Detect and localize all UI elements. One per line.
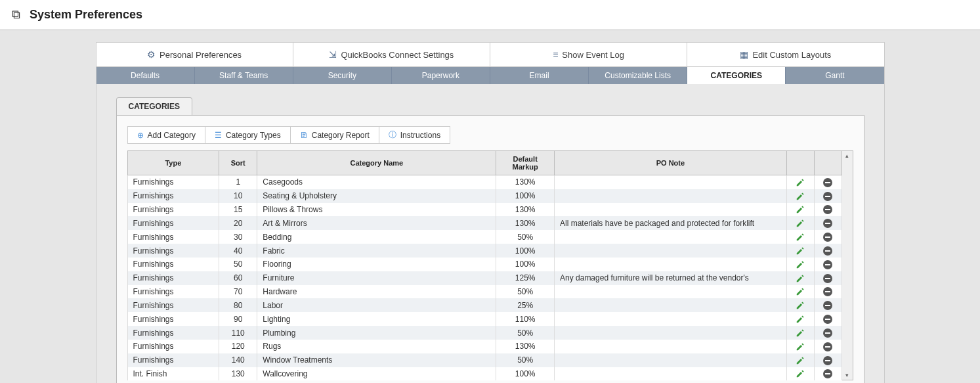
subtab-categories[interactable]: CATEGORIES xyxy=(116,97,192,115)
action-edit-custom-layouts[interactable]: ▦Edit Custom Layouts xyxy=(687,43,884,66)
minus-circle-icon xyxy=(823,219,832,228)
cell-note xyxy=(555,230,787,244)
delete-row-button[interactable] xyxy=(814,203,842,217)
action-quickbooks-connect-settings[interactable]: ⇲QuickBooks Connect Settings xyxy=(293,43,490,66)
action-label: Personal Preferences xyxy=(160,50,242,60)
pencil-icon xyxy=(796,287,805,296)
cell-name: Fabric xyxy=(257,244,496,258)
cell-sort: 90 xyxy=(219,312,257,326)
minus-circle-icon xyxy=(823,192,832,201)
delete-row-button[interactable] xyxy=(814,367,842,381)
toolbar-add-category[interactable]: ⊕Add Category xyxy=(128,127,205,143)
edit-row-button[interactable] xyxy=(786,189,814,203)
cell-sort: 40 xyxy=(219,244,257,258)
table-scrollbar[interactable]: ▴ ▾ xyxy=(842,150,853,380)
col-header-sort[interactable]: Sort xyxy=(219,151,257,175)
delete-row-button[interactable] xyxy=(814,230,842,244)
cell-note xyxy=(555,340,787,353)
toolbar-instructions[interactable]: ⓘInstructions xyxy=(379,127,450,143)
pencil-icon xyxy=(796,205,805,214)
tab-security[interactable]: Security xyxy=(293,67,392,84)
action-personal-preferences[interactable]: ⚙Personal Preferences xyxy=(96,43,293,66)
cell-sort: 20 xyxy=(219,216,257,230)
delete-row-button[interactable] xyxy=(814,189,842,203)
cell-note xyxy=(555,298,787,312)
table-row[interactable]: Furnishings10Seating & Upholstery100% xyxy=(127,189,842,203)
delete-row-button[interactable] xyxy=(814,244,842,258)
tab-staff-teams[interactable]: Staff & Teams xyxy=(195,67,293,84)
table-row[interactable]: Furnishings60Furniture125%Any damaged fu… xyxy=(127,271,842,285)
col-header-type[interactable]: Type xyxy=(127,151,219,175)
tab-email[interactable]: Email xyxy=(490,67,589,84)
tab-gantt[interactable]: Gantt xyxy=(786,67,884,84)
edit-row-button[interactable] xyxy=(786,326,814,340)
edit-row-button[interactable] xyxy=(786,244,814,258)
col-header-note[interactable]: PO Note xyxy=(555,151,787,175)
report-icon: 🖹 xyxy=(300,131,308,140)
delete-row-button[interactable] xyxy=(814,258,842,271)
edit-row-button[interactable] xyxy=(786,353,814,367)
table-row[interactable]: Furnishings50Flooring100% xyxy=(127,258,842,271)
toolbar-category-types[interactable]: ☰Category Types xyxy=(205,127,291,143)
pencil-icon xyxy=(796,369,805,378)
table-row[interactable]: Furnishings20Art & Mirrors130%All materi… xyxy=(127,216,842,230)
table-row[interactable]: Furnishings70Hardware50% xyxy=(127,285,842,299)
cell-name: Window Treatments xyxy=(257,353,496,367)
delete-row-button[interactable] xyxy=(814,340,842,353)
table-row[interactable]: Furnishings40Fabric100% xyxy=(127,244,842,258)
delete-row-button[interactable] xyxy=(814,326,842,340)
cell-type: Furnishings xyxy=(127,285,219,299)
tab-paperwork[interactable]: Paperwork xyxy=(392,67,490,84)
minus-circle-icon xyxy=(823,233,832,242)
tab-customizable-lists[interactable]: Customizable Lists xyxy=(589,67,687,84)
edit-row-button[interactable] xyxy=(786,258,814,271)
edit-row-button[interactable] xyxy=(786,298,814,312)
edit-row-button[interactable] xyxy=(786,285,814,299)
action-show-event-log[interactable]: ≡Show Event Log xyxy=(490,43,687,66)
delete-row-button[interactable] xyxy=(814,312,842,326)
categories-panel: ⊕Add Category☰Category Types🖹Category Re… xyxy=(116,115,864,383)
table-row[interactable]: Furnishings110Plumbing50% xyxy=(127,326,842,340)
tab-defaults[interactable]: Defaults xyxy=(96,67,195,84)
delete-row-button[interactable] xyxy=(814,285,842,299)
delete-row-button[interactable] xyxy=(814,271,842,285)
delete-row-button[interactable] xyxy=(814,353,842,367)
cell-type: Furnishings xyxy=(127,189,219,203)
table-row[interactable]: Int. Finish130Wallcovering100% xyxy=(127,367,842,381)
edit-row-button[interactable] xyxy=(786,340,814,353)
popout-icon[interactable]: ⧉ xyxy=(12,8,20,22)
cell-note xyxy=(555,175,787,189)
delete-row-button[interactable] xyxy=(814,175,842,189)
edit-row-button[interactable] xyxy=(786,203,814,217)
table-row[interactable]: Furnishings30Bedding50% xyxy=(127,230,842,244)
col-header-name[interactable]: Category Name xyxy=(257,151,496,175)
pencil-icon xyxy=(796,232,805,241)
minus-circle-icon xyxy=(823,356,832,365)
toolbar-category-report[interactable]: 🖹Category Report xyxy=(291,127,379,143)
col-header-markup[interactable]: Default Markup xyxy=(496,151,555,175)
cell-sort: 140 xyxy=(219,353,257,367)
primary-tabs: DefaultsStaff & TeamsSecurityPaperworkEm… xyxy=(96,67,884,84)
tab-categories[interactable]: CATEGORIES xyxy=(687,67,786,84)
edit-row-button[interactable] xyxy=(786,216,814,230)
delete-row-button[interactable] xyxy=(814,298,842,312)
pencil-icon xyxy=(796,177,805,187)
cell-type: Furnishings xyxy=(127,353,219,367)
edit-row-button[interactable] xyxy=(786,312,814,326)
scroll-down-icon[interactable]: ▾ xyxy=(842,372,853,378)
edit-row-button[interactable] xyxy=(786,271,814,285)
cell-name: Art & Mirrors xyxy=(257,216,496,230)
cell-name: Casegoods xyxy=(257,175,496,189)
table-row[interactable]: Furnishings90Lighting110% xyxy=(127,312,842,326)
edit-row-button[interactable] xyxy=(786,175,814,189)
edit-row-button[interactable] xyxy=(786,367,814,381)
table-row[interactable]: Furnishings80Labor25% xyxy=(127,298,842,312)
table-row[interactable]: Furnishings15Pillows & Throws130% xyxy=(127,203,842,217)
scroll-up-icon[interactable]: ▴ xyxy=(842,152,853,159)
table-row[interactable]: Furnishings140Window Treatments50% xyxy=(127,353,842,367)
edit-row-button[interactable] xyxy=(786,230,814,244)
cell-sort: 15 xyxy=(219,203,257,217)
delete-row-button[interactable] xyxy=(814,216,842,230)
table-row[interactable]: Furnishings120Rugs130% xyxy=(127,340,842,353)
table-row[interactable]: Furnishings1Casegoods130% xyxy=(127,175,842,189)
